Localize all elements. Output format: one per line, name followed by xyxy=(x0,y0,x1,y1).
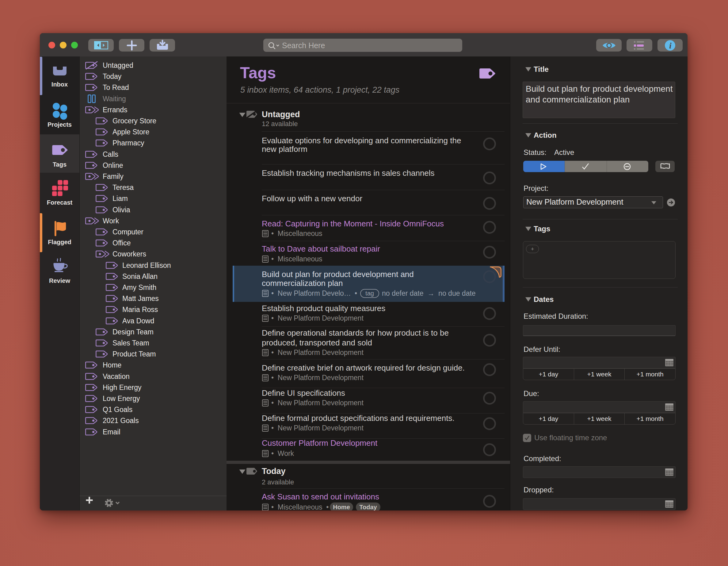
svg-text:i: i xyxy=(669,41,672,50)
